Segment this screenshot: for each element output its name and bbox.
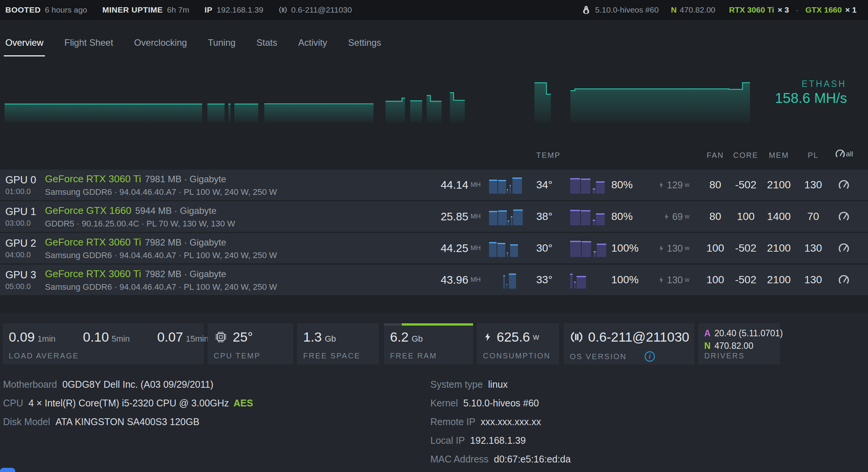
drivers-caption: DRIVERS: [704, 352, 745, 360]
col-header-fan: FAN: [702, 151, 728, 160]
info-icon[interactable]: i: [644, 351, 655, 362]
gpu-info: GeForce GTX 16605944 MB · Gigabyte GDDR5…: [45, 201, 235, 232]
gpu-fan-sparkline: [570, 265, 610, 295]
gpu-power-value: 130: [667, 243, 683, 254]
tab-settings[interactable]: Settings: [347, 20, 383, 56]
os-version-caption: OS VERSION: [570, 352, 627, 361]
info-label: CPU: [3, 398, 23, 409]
gpu-oc-gauge-button[interactable]: [838, 265, 857, 295]
gpu-detail: Samsung GDDR6 · 94.04.46.40.A7 · PL 100 …: [45, 187, 277, 197]
gpu-power-draw: 129w: [647, 170, 689, 200]
gpu-oc-fan: 80: [702, 170, 728, 200]
gpu-memory-vendor: 5944 MB · Gigabyte: [135, 205, 216, 216]
gpu-hashrate-unit: MH: [471, 276, 481, 284]
gpu-id-block: GPU 0 01:00.0: [5, 170, 36, 200]
consumption-value: 625.6: [497, 329, 530, 345]
oc-all-button[interactable]: all: [835, 149, 853, 159]
tab-tuning[interactable]: Tuning: [206, 20, 237, 56]
gpu-hashrate-unit: MH: [471, 244, 481, 252]
tab-bar: Overview Flight Sheet Overclocking Tunin…: [4, 20, 383, 56]
uptime-group: MINER UPTIME 6h 7m: [102, 5, 189, 14]
power-bolt-icon: [658, 245, 665, 252]
load-1min-label: 1min: [37, 334, 56, 344]
col-header-core: CORE: [731, 151, 760, 160]
info-value: xxx.xxx.xxx.xx: [481, 416, 541, 427]
col-header-temp: TEMP: [536, 151, 561, 160]
tab-activity[interactable]: Activity: [297, 20, 329, 56]
gpu-oc-gauge-button[interactable]: [838, 201, 857, 232]
col-header-mem: MEM: [762, 151, 795, 160]
card-free-ram: 6.2 Gb FREE RAM: [384, 323, 473, 364]
power-bolt-icon: [658, 181, 665, 189]
gpu-bus-id: 04:00.0: [5, 250, 36, 259]
gpu-oc-mem: 2100: [762, 170, 795, 200]
gpu-temp-value: 38°: [536, 201, 567, 232]
gpu-index: GPU 0: [5, 174, 36, 186]
load-1min-value: 0.09: [9, 329, 35, 345]
gpu-oc-pl: 70: [801, 201, 825, 232]
gpu-id-block: GPU 2 04:00.0: [5, 233, 36, 263]
gpu-row[interactable]: GPU 3 05:00.0 GeForce RTX 3060 Ti7982 MB…: [0, 265, 868, 295]
chat-widget[interactable]: [0, 468, 15, 472]
gpu-index: GPU 1: [5, 206, 36, 218]
nvidia-driver-prefix: N: [704, 341, 711, 351]
system-info-row: Motherboard0GDG8Y Dell Inc. (A03 09/29/2…: [3, 375, 253, 394]
hashrate-history-chart[interactable]: [4, 75, 752, 123]
tab-flight-sheet[interactable]: Flight Sheet: [63, 20, 115, 56]
system-info-row: CPU4 × Intel(R) Core(TM) i5-2320 CPU @ 3…: [3, 394, 253, 413]
card-load-average: 0.09 1min 0.10 5min 0.07 15min LOAD AVER…: [3, 323, 204, 364]
gpu-hashrate-sparkline: [489, 201, 529, 232]
info-label: MAC Address: [430, 454, 489, 465]
power-bolt-icon: [663, 213, 670, 220]
gpu-name-link[interactable]: GeForce RTX 3060 Ti: [45, 268, 141, 279]
gpu-hashrate-unit: MH: [471, 213, 481, 220]
info-label: System type: [430, 379, 483, 390]
tab-stats[interactable]: Stats: [255, 20, 279, 56]
gpu-memory-vendor: 7982 MB · Gigabyte: [145, 269, 226, 279]
aes-badge: AES: [233, 398, 253, 409]
tab-overclocking[interactable]: Overclocking: [133, 20, 189, 56]
gpu-oc-pl: 130: [801, 265, 825, 295]
cpu-temp-caption: CPU TEMP: [214, 352, 261, 360]
gpu-oc-fan: 100: [702, 233, 728, 263]
gpu-hashrate-unit: MH: [471, 181, 481, 189]
info-value: d0:67:e5:16:ed:da: [494, 454, 571, 465]
tab-overview[interactable]: Overview: [4, 20, 45, 56]
card-os-version: 0.6-211@211030 OS VERSION i: [564, 323, 694, 364]
info-label: Remote IP: [430, 416, 475, 427]
gpu-oc-gauge-button[interactable]: [838, 170, 857, 200]
gpu-name-link[interactable]: GeForce RTX 3060 Ti: [45, 236, 141, 248]
gpu-power-value: 129: [667, 180, 683, 191]
free-ram-unit: Gb: [412, 334, 423, 344]
free-space-value: 1.3: [303, 329, 322, 345]
gpu-detail: Samsung GDDR6 · 94.04.46.40.A7 · PL 100 …: [45, 250, 277, 260]
info-label: Disk Model: [3, 416, 50, 427]
gpu-oc-pl: 130: [801, 170, 825, 200]
gpu-info: GeForce RTX 3060 Ti7982 MB · Gigabyte Sa…: [45, 233, 277, 263]
gpu-name-link[interactable]: GeForce RTX 3060 Ti: [45, 173, 141, 185]
miner-version: 0.6-211@211030: [291, 5, 352, 14]
gpu-oc-gauge-button[interactable]: [838, 233, 857, 263]
gpu-row[interactable]: GPU 1 03:00.0 GeForce GTX 16605944 MB · …: [0, 201, 868, 232]
gpu-fan-sparkline: [570, 201, 610, 232]
gpu-power-unit: w: [685, 276, 689, 284]
booted-group: BOOTED 6 hours ago: [5, 5, 87, 14]
gpu-detail: GDDR5 · 90.16.25.00.4C · PL 70 W, 130 W,…: [45, 219, 235, 229]
gpu-row[interactable]: GPU 2 04:00.0 GeForce RTX 3060 Ti7982 MB…: [0, 233, 868, 263]
gpu-name-link[interactable]: GeForce GTX 1660: [45, 205, 131, 216]
booted-value: 6 hours ago: [45, 5, 87, 14]
gpu-row[interactable]: GPU 0 01:00.0 GeForce RTX 3060 Ti7981 MB…: [0, 170, 868, 200]
col-header-pl: PL: [801, 151, 825, 160]
topbar-right: 5.10.0-hiveos #60 N 470.82.00 RTX 3060 T…: [581, 5, 857, 15]
gpu-fan-percent: 100%: [611, 265, 647, 295]
info-value: 4 × Intel(R) Core(TM) i5-2320 CPU @ 3.00…: [29, 398, 229, 409]
system-info-row: Disk ModelATA KINGSTON SA400S3 120GB: [3, 413, 253, 431]
info-label: Motherboard: [3, 379, 57, 390]
linux-tux-icon: [581, 5, 591, 15]
nvidia-driver-prefix: N: [671, 5, 676, 14]
gpu-index: GPU 2: [5, 238, 36, 249]
gpu-id-block: GPU 3 05:00.0: [5, 265, 36, 295]
nvidia-driver-version: 470.82.00: [680, 5, 715, 14]
ram-usage-bar: [384, 323, 473, 326]
gpu-hashrate: 43.96MH: [430, 265, 481, 295]
